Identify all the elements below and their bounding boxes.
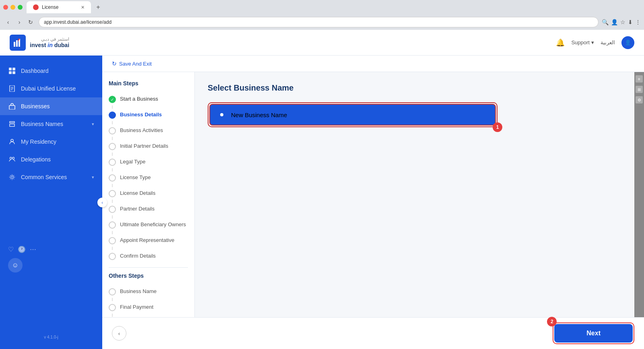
step-label-ultimate-beneficiary: Ultimate Beneficiary Owners [120, 221, 186, 228]
step-license-details[interactable]: License Details [109, 187, 188, 200]
rp-icon-3[interactable]: ⚙ [636, 96, 643, 103]
refresh-button[interactable]: ↻ [26, 17, 35, 27]
app-header: استثمر في دبـي invest in dubai 🔔 Support… [0, 30, 644, 56]
option-card-wrapper: New Business Name 1 [208, 102, 497, 127]
sidebar-item-business-names[interactable]: Business Names ▾ [0, 115, 102, 133]
step-license-type[interactable]: License Type [109, 171, 188, 184]
sidebar-item-common-services[interactable]: Common Services ▾ [0, 168, 102, 186]
step-label-license-type: License Type [120, 174, 151, 181]
address-bar[interactable]: app.invest.dubai.ae/license/add [39, 17, 599, 27]
step-final-payment[interactable]: Final Payment [109, 301, 188, 314]
step-partner-details[interactable]: Partner Details [109, 203, 188, 215]
step-connector [112, 153, 113, 156]
svg-rect-4 [9, 68, 12, 70]
address-text: app.invest.dubai.ae/license/add [44, 19, 111, 25]
option-card-highlight: New Business Name [208, 102, 497, 127]
address-bar-actions: 🔍 👤 ☆ ⬇ ⋮ [602, 19, 641, 25]
minimize-btn[interactable] [10, 5, 15, 10]
clock-icon[interactable]: 🕐 [18, 246, 26, 253]
step-start-business[interactable]: ✓ Start a Business [109, 93, 188, 105]
sidebar: Dashboard Dubai Unified License Business… [0, 56, 102, 349]
step-dot-license-details [109, 190, 116, 197]
step-label-final-payment: Final Payment [120, 304, 153, 311]
user-avatar[interactable]: 👤 [621, 36, 634, 49]
step-legal-type[interactable]: Legal Type [109, 156, 188, 168]
next-button[interactable]: Next [554, 324, 633, 343]
rp-icon-1[interactable]: ≡ [636, 75, 643, 83]
step-dot-ultimate-beneficiary [109, 221, 116, 229]
back-nav-button[interactable]: ‹ [3, 17, 13, 27]
forward-nav-button[interactable]: › [14, 17, 24, 27]
browser-window-controls [3, 5, 23, 10]
sidebar-item-label: Dashboard [21, 68, 49, 74]
chevron-down-icon: ▾ [92, 122, 94, 127]
sidebar-bottom-icon[interactable]: ☺ [8, 258, 23, 273]
next-btn-wrapper: 2 Next [553, 322, 634, 344]
profile-icon[interactable]: 👤 [611, 19, 618, 25]
right-panel: ≡ ⊞ ⚙ [634, 72, 644, 317]
step-connector [112, 314, 113, 317]
arabic-lang-button[interactable]: العربية [601, 39, 615, 45]
business-name-options-container: New Business Name 1 [208, 102, 497, 127]
menu-icon[interactable]: ⋮ [635, 19, 641, 25]
download-icon[interactable]: ⬇ [628, 19, 633, 25]
chevron-down-icon: ▾ [92, 175, 94, 180]
step-dot-start-business: ✓ [109, 96, 116, 103]
step-dot-initial-partner [109, 143, 116, 150]
option-radio-selected [218, 111, 225, 118]
header-logo: استثمر في دبـي invest in dubai [10, 35, 69, 51]
close-btn[interactable] [3, 5, 8, 10]
back-button[interactable]: ‹ [112, 326, 126, 341]
step-connector [112, 121, 113, 124]
logo-icon [10, 35, 26, 51]
step-label-business-name: Business Name [120, 288, 157, 295]
new-tab-button[interactable]: + [93, 2, 103, 12]
maximize-btn[interactable] [18, 5, 23, 10]
step-initial-partner-details[interactable]: Initial Partner Details [109, 140, 188, 153]
step-connector [112, 168, 113, 171]
residency-icon [8, 138, 16, 146]
content-toolbar: ↻ Save And Exit [102, 56, 644, 72]
sidebar-item-delegations[interactable]: Delegations [0, 151, 102, 168]
bookmark-icon[interactable]: ☆ [620, 19, 625, 25]
step-dot-business-name [109, 288, 116, 295]
step-business-name[interactable]: Business Name [109, 285, 188, 298]
step-connector [112, 137, 113, 140]
rp-icon-2[interactable]: ⊞ [636, 86, 643, 93]
annotation-badge-1: 1 [493, 122, 502, 132]
step-appoint-representative[interactable]: Appoint Representative [109, 234, 188, 247]
more-icon[interactable]: ⋯ [30, 246, 36, 253]
sidebar-item-businesses[interactable]: Businesses [0, 97, 102, 115]
step-ultimate-beneficiary[interactable]: Ultimate Beneficiary Owners [109, 219, 188, 231]
sidebar-item-label: Delegations [21, 156, 51, 163]
heart-icon[interactable]: ♡ [8, 246, 14, 253]
svg-rect-5 [12, 68, 15, 70]
bell-icon[interactable]: 🔔 [556, 38, 565, 47]
save-and-exit-button[interactable]: ↻ Save And Exit [112, 60, 152, 67]
dashboard-icon [8, 67, 16, 75]
svg-rect-6 [9, 71, 12, 74]
new-business-name-option[interactable]: New Business Name [209, 104, 496, 126]
steps-panel: Main Steps ✓ Start a Business Business D… [102, 72, 195, 317]
step-label-partner-details: Partner Details [120, 205, 155, 213]
step-business-activities[interactable]: Business Activities [109, 124, 188, 137]
support-button[interactable]: Support ▾ [571, 39, 594, 45]
sidebar-toggle-button[interactable]: ‹ [97, 198, 107, 207]
sidebar-item-dubai-unified-license[interactable]: Dubai Unified License [0, 80, 102, 97]
step-dot-partner-details [109, 206, 116, 213]
form-area: Select Business Name New Business Name [195, 72, 634, 317]
step-dot-license-type [109, 174, 116, 182]
sidebar-item-label: Dubai Unified License [21, 85, 76, 92]
tab-close-icon[interactable]: ✕ [81, 5, 85, 10]
step-dot-legal-type [109, 159, 116, 166]
badge-1-text: 1 [496, 124, 499, 130]
search-icon[interactable]: 🔍 [602, 19, 609, 25]
logo-text: استثمر في دبـي invest in dubai [30, 37, 69, 48]
sidebar-item-dashboard[interactable]: Dashboard [0, 62, 102, 80]
step-confirm-details[interactable]: Confirm Details [109, 250, 188, 262]
step-business-details[interactable]: Business Details [109, 109, 188, 121]
sidebar-item-my-residency[interactable]: My Residency [0, 133, 102, 151]
step-connector [112, 298, 113, 301]
common-services-icon [8, 173, 16, 181]
browser-tab[interactable]: License ✕ [27, 1, 91, 13]
